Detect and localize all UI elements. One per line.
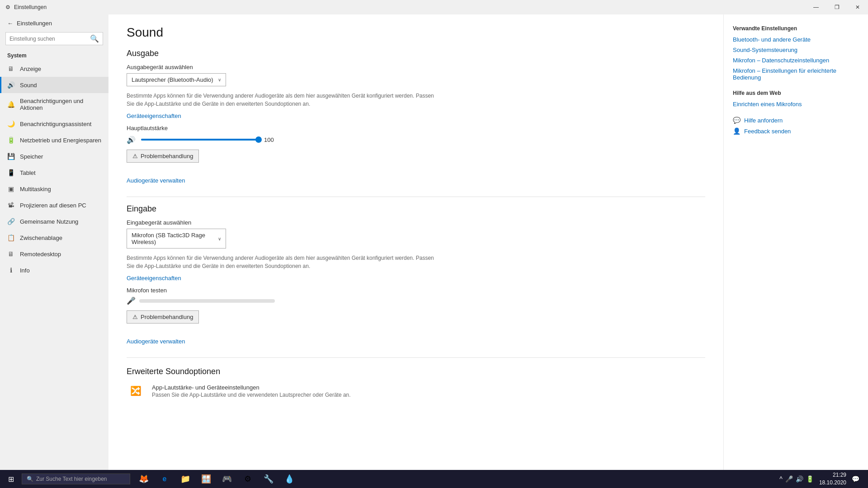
firefox-icon: 🦊: [139, 474, 149, 484]
divider-ausgabe: [127, 197, 705, 197]
mic-test-row: 🎤: [127, 296, 705, 305]
volume-row: 🔊 100: [127, 135, 705, 144]
settings-icon: ⚙: [5, 4, 10, 10]
window-title: Einstellungen: [14, 4, 47, 10]
sidebar-item-sound[interactable]: 🔊 Sound: [0, 77, 108, 93]
sidebar-item-info[interactable]: ℹ Info: [0, 262, 108, 278]
app-body: ← Einstellungen 🔍 System 🖥 Anzeige 🔊 Sou…: [0, 14, 868, 470]
divider-eingabe: [127, 357, 705, 358]
eingabe-problem-button[interactable]: ⚠ Problembehandlung: [127, 310, 199, 324]
right-panel: Verwandte Einstellungen Bluetooth- und a…: [723, 14, 868, 470]
advanced-title: Erweiterte Soundoptionen: [127, 367, 705, 376]
tray-chevron[interactable]: ^: [779, 475, 783, 483]
tray-battery-icon: 🔋: [806, 475, 814, 483]
taskbar-search-text: Zur Suche Text hier eingeben: [36, 476, 107, 482]
taskbar-app-store[interactable]: 🪟: [196, 470, 216, 488]
eingabe-device-link[interactable]: Geräteeigenschaften: [127, 275, 181, 282]
volume-thumb[interactable]: [255, 136, 262, 143]
search-icon: 🔍: [90, 34, 99, 43]
sound-label: Sound: [20, 82, 37, 89]
taskbar-app-drop[interactable]: 💧: [279, 470, 299, 488]
eingabe-device-dropdown[interactable]: Mikrofon (SB Tactic3D Rage Wireless) ∨: [127, 229, 226, 249]
sidebar-item-anzeige[interactable]: 🖥 Anzeige: [0, 61, 108, 77]
sidebar-item-zwischenablage[interactable]: 📋 Zwischenablage: [0, 230, 108, 246]
right-link-mic-setup[interactable]: Einrichten eines Mikrofons: [733, 101, 859, 108]
sound-icon: 🔊: [7, 81, 14, 89]
taskbar-apps: 🦊 e 📁 🪟 🎮 ⚙ 🔧 💧: [130, 470, 774, 488]
right-link-bluetooth[interactable]: Bluetooth- und andere Geräte: [733, 36, 859, 43]
benachrichtigungsassistent-label: Benachrichtigungsassistent: [20, 121, 91, 127]
ausgabe-device-link[interactable]: Geräteeigenschaften: [127, 113, 181, 119]
clock[interactable]: 21:29 18.10.2020: [819, 471, 846, 487]
speicher-label: Speicher: [20, 153, 43, 160]
volume-value: 100: [264, 136, 278, 143]
start-button[interactable]: ⊞: [0, 470, 22, 488]
volume-slider[interactable]: [141, 135, 259, 144]
tray-volume-icon[interactable]: 🔊: [796, 475, 803, 483]
help-request-link[interactable]: Hilfe anfordern: [744, 117, 783, 124]
taskbar-app-explorer[interactable]: 📁: [175, 470, 195, 488]
right-link-mic-privacy[interactable]: Mikrofon – Datenschutzeinstellungen: [733, 57, 859, 64]
notification-icon: 💬: [852, 475, 859, 483]
remotedesktop-label: Remotedesktop: [20, 251, 61, 258]
ausgabe-description: Bestimmte Apps können für die Verwendung…: [127, 92, 434, 108]
volume-label: Hauptlautstärke: [127, 125, 705, 131]
taskbar-app-tool[interactable]: 🔧: [259, 470, 278, 488]
speicher-icon: 💾: [7, 153, 14, 160]
sidebar-back-button[interactable]: ← Einstellungen: [0, 16, 108, 30]
search-input[interactable]: [9, 36, 90, 42]
eingabe-audio-link[interactable]: Audiogeräte verwalten: [127, 338, 185, 345]
sidebar-section-label: System: [0, 49, 108, 61]
ausgabe-device-dropdown[interactable]: Lautsprecher (Bluetooth-Audio) ∨: [127, 73, 226, 86]
sidebar-item-multitasking[interactable]: ▣ Multitasking: [0, 181, 108, 197]
mic-test-label: Mikrofon testen: [127, 287, 705, 294]
taskbar-app-settings[interactable]: ⚙: [238, 470, 258, 488]
ausgabe-problem-label: Problembehandlung: [141, 153, 193, 160]
taskbar-tray: ^ 🎤 🔊 🔋 21:29 18.10.2020 💬: [774, 470, 868, 488]
close-button[interactable]: ✕: [847, 0, 868, 14]
edge-icon: e: [163, 475, 167, 483]
zwischenablage-icon: 📋: [7, 234, 14, 241]
start-icon: ⊞: [8, 475, 14, 483]
feedback-link[interactable]: Feedback senden: [744, 128, 791, 135]
sidebar-item-benachrichtigungsassistent[interactable]: 🌙 Benachrichtigungsassistent: [0, 116, 108, 132]
restore-button[interactable]: ❐: [826, 0, 847, 14]
sidebar-item-remotedesktop[interactable]: 🖥 Remotedesktop: [0, 246, 108, 262]
help-request-item[interactable]: 💬 Hilfe anfordern: [733, 117, 859, 124]
right-link-mic-accessibility[interactable]: Mikrofon – Einstellungen für erleichtert…: [733, 67, 859, 81]
related-settings-title: Verwandte Einstellungen: [733, 25, 859, 32]
sidebar-item-speicher[interactable]: 💾 Speicher: [0, 148, 108, 164]
clock-date: 18.10.2020: [819, 479, 846, 487]
sidebar-item-benachrichtigungen[interactable]: 🔔 Benachrichtigungen und Aktionen: [0, 93, 108, 116]
page-title: Sound: [127, 25, 705, 40]
ausgabe-dropdown-arrow: ∨: [218, 77, 221, 82]
gemeinsame-icon: 🔗: [7, 218, 14, 225]
sidebar-item-tablet[interactable]: 📱 Tablet: [0, 164, 108, 181]
right-link-sound-system[interactable]: Sound-Systemsteuerung: [733, 47, 859, 53]
search-box[interactable]: 🔍: [5, 32, 103, 45]
advanced-item-appvolume[interactable]: 🔀 App-Lautstärke- und Geräteeinstellunge…: [127, 382, 705, 400]
eingabe-warning-icon: ⚠: [132, 314, 138, 320]
taskbar-app-edge[interactable]: e: [155, 470, 175, 488]
projizieren-label: Projizieren auf diesen PC: [20, 202, 86, 209]
eingabe-description: Bestimmte Apps können für die Verwendung…: [127, 254, 434, 270]
advanced-item-text: App-Lautstärke- und Geräteeinstellungen …: [152, 384, 351, 398]
title-bar-left: ⚙ Einstellungen: [5, 4, 47, 10]
minimize-button[interactable]: —: [806, 0, 826, 14]
taskbar-app-game[interactable]: 🎮: [217, 470, 237, 488]
drop-icon: 💧: [284, 474, 294, 484]
volume-speaker-icon: 🔊: [127, 136, 136, 144]
ausgabe-title: Ausgabe: [127, 49, 705, 58]
feedback-item[interactable]: 👤 Feedback senden: [733, 127, 859, 135]
sidebar-item-netzbetrieb[interactable]: 🔋 Netzbetrieb und Energiesparen: [0, 132, 108, 148]
taskbar-app-firefox[interactable]: 🦊: [134, 470, 154, 488]
notification-button[interactable]: 💬: [848, 470, 863, 488]
taskbar-search-icon: 🔍: [27, 476, 33, 482]
sidebar-item-gemeinsame[interactable]: 🔗 Gemeinsame Nutzung: [0, 213, 108, 230]
help-section: Hilfe aus dem Web Einrichten eines Mikro…: [733, 90, 859, 108]
taskbar-search[interactable]: 🔍 Zur Suche Text hier eingeben: [22, 474, 130, 484]
ausgabe-audio-link[interactable]: Audiogeräte verwalten: [127, 177, 185, 184]
sidebar-item-projizieren[interactable]: 📽 Projizieren auf diesen PC: [0, 197, 108, 213]
info-icon: ℹ: [7, 267, 14, 274]
ausgabe-problem-button[interactable]: ⚠ Problembehandlung: [127, 150, 199, 163]
